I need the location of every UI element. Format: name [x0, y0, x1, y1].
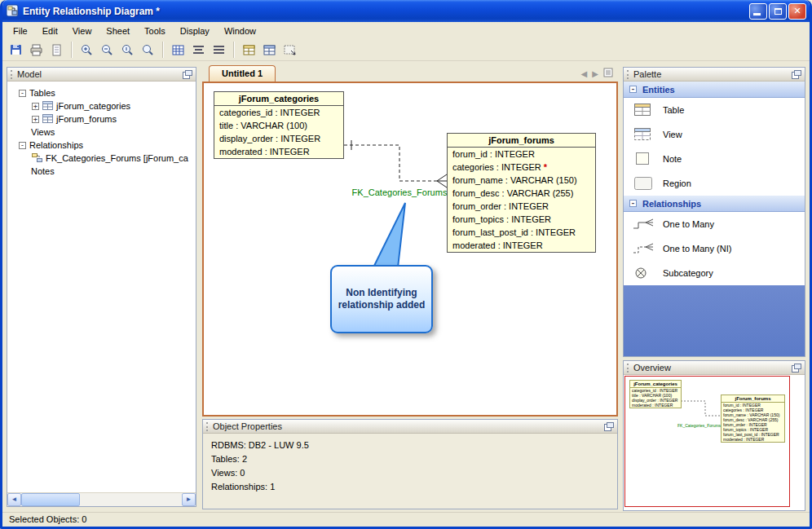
tree-item-views[interactable]: Views	[7, 126, 196, 139]
menu-item-tools[interactable]: Tools	[137, 24, 173, 37]
save-button[interactable]	[7, 41, 25, 60]
db-table-jforum-categories[interactable]: jForum_categories categories_id : INTEGE…	[214, 91, 344, 159]
relationship-icon	[32, 153, 42, 164]
palette-section-entities[interactable]: - Entities	[624, 82, 805, 98]
insert-table-button[interactable]	[240, 41, 258, 60]
zoom-in-button[interactable]	[77, 41, 96, 60]
close-button[interactable]: ✕	[788, 3, 806, 20]
props-relationships: Relationships: 1	[211, 480, 609, 494]
tab-nav-back-icon[interactable]: ◀	[581, 69, 588, 78]
menu-item-window[interactable]: Window	[217, 24, 263, 37]
print-icon	[29, 43, 43, 57]
tree-label: FK_Categories_Forums [jForum_ca	[46, 153, 188, 163]
zoom-tool-icon	[141, 43, 155, 57]
float-panel-button[interactable]	[792, 70, 801, 79]
palette-item-one-to-many-ni[interactable]: One to Many (NI)	[624, 236, 805, 261]
zoom-out-button[interactable]	[98, 41, 117, 60]
expand-icon[interactable]: +	[32, 116, 39, 123]
minimize-button[interactable]	[749, 3, 767, 20]
menu-item-edit[interactable]: Edit	[35, 24, 65, 37]
panel-grip-icon	[627, 364, 630, 373]
palette-item-view[interactable]: View	[624, 122, 805, 147]
region-icon	[632, 177, 655, 190]
tree-label: Relationships	[29, 140, 83, 150]
page-button[interactable]	[47, 41, 66, 60]
menu-item-display[interactable]: Display	[173, 24, 217, 37]
tree-item-fk-categories-forums[interactable]: FK_Categories_Forums [jForum_ca	[7, 152, 196, 165]
expand-icon[interactable]: +	[32, 103, 39, 110]
toolbar-separator	[233, 42, 235, 58]
print-button[interactable]	[27, 41, 46, 60]
one-to-many-ni-icon	[632, 242, 655, 255]
tab-nav-forward-icon[interactable]: ▶	[592, 69, 598, 78]
grid-icon	[171, 43, 185, 57]
relationship-label[interactable]: FK_Categories_Forums	[342, 187, 457, 197]
float-panel-icon	[183, 70, 192, 79]
maximize-button[interactable]	[769, 3, 787, 20]
tree-item-jforum-forums[interactable]: + jForum_forums	[7, 112, 196, 126]
tree-label: jForum_forums	[56, 114, 117, 124]
mini-table-jforum-forums: jForum_forums forum_id : INTEGER categor…	[721, 395, 785, 443]
palette-item-one-to-many[interactable]: One to Many	[624, 212, 805, 236]
tab-untitled-1[interactable]: Untitled 1	[209, 65, 276, 82]
palette-header: Palette	[624, 68, 805, 82]
object-properties-panel: Object Properties RDBMS: DB2 - LUW 9.5 T…	[202, 419, 618, 509]
float-panel-button[interactable]	[604, 422, 614, 431]
table-field: forum_id : INTEGER	[448, 148, 595, 161]
float-panel-button[interactable]	[183, 70, 192, 79]
float-panel-icon	[604, 422, 614, 431]
palette-item-label: Table	[663, 105, 684, 115]
overview-viewport[interactable]: jForum_categories categories_id : INTEGE…	[624, 376, 790, 507]
app-window: Entity Relationship Diagram * ✕ File Edi…	[0, 0, 812, 529]
tree-item-jforum-categories[interactable]: + jForum_categories	[7, 99, 196, 112]
horizontal-scrollbar[interactable]: ◄ ►	[7, 492, 196, 506]
palette-item-note[interactable]: Note	[624, 147, 805, 171]
palette-title: Palette	[633, 69, 788, 79]
editor-tab-row: Untitled 1 ◀ ▶	[202, 65, 618, 82]
palette-item-label: Subcategory	[663, 268, 713, 278]
zoom-in-icon	[80, 43, 94, 57]
status-bar: Selected Objects: 0	[2, 512, 810, 527]
grid-button[interactable]	[169, 41, 188, 60]
collapse-icon[interactable]: -	[19, 90, 26, 97]
maximize-icon	[774, 8, 782, 15]
insert-region-icon	[283, 43, 297, 57]
palette-item-label: One to Many (NI)	[663, 244, 731, 253]
scroll-right-button[interactable]: ►	[182, 493, 196, 506]
model-panel: Model - Tables + jForum_categories + jFo…	[7, 67, 196, 507]
overview-header: Overview	[624, 361, 805, 375]
object-properties-title: Object Properties	[213, 421, 601, 431]
props-tables: Tables: 2	[211, 452, 609, 466]
close-icon: ✕	[793, 7, 801, 15]
palette-item-table[interactable]: Table	[624, 98, 805, 122]
tree-item-notes[interactable]: Notes	[7, 165, 196, 178]
scroll-left-button[interactable]: ◄	[7, 493, 21, 506]
zoom-out-icon	[100, 43, 114, 57]
tree-item-tables[interactable]: - Tables	[7, 86, 196, 99]
menu-item-file[interactable]: File	[6, 24, 35, 37]
zoom-original-icon	[121, 43, 135, 57]
palette-section-label: Entities	[642, 85, 675, 95]
palette-item-subcategory[interactable]: Subcategory	[624, 261, 805, 285]
menu-item-sheet[interactable]: Sheet	[99, 24, 137, 37]
palette-item-region[interactable]: Region	[624, 171, 805, 196]
float-panel-button[interactable]	[792, 364, 801, 373]
menu-item-view[interactable]: View	[65, 24, 99, 37]
palette-section-relationships[interactable]: - Relationships	[624, 196, 805, 212]
tab-list-button[interactable]	[603, 68, 613, 79]
insert-view-button[interactable]	[260, 41, 279, 60]
scroll-thumb[interactable]	[21, 493, 80, 506]
distribute-rows-button[interactable]	[189, 41, 208, 60]
zoom-original-button[interactable]	[118, 41, 137, 60]
table-field: forum_desc : VARCHAR (255)	[448, 187, 595, 200]
distribute-columns-button[interactable]	[210, 41, 228, 60]
insert-region-button[interactable]	[280, 41, 299, 60]
one-to-many-icon	[632, 218, 655, 231]
callout-note[interactable]: Non Identifying relationship added	[330, 265, 433, 333]
model-panel-title: Model	[17, 69, 179, 79]
diagram-canvas[interactable]: jForum_categories categories_id : INTEGE…	[202, 82, 618, 417]
tree-item-relationships[interactable]: - Relationships	[7, 139, 196, 152]
db-table-jforum-forums[interactable]: jForum_forums forum_id : INTEGER categor…	[447, 133, 596, 253]
collapse-icon[interactable]: -	[19, 142, 26, 149]
zoom-tool-button[interactable]	[139, 41, 157, 60]
